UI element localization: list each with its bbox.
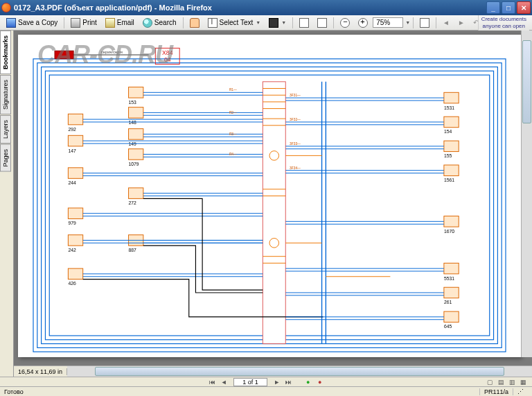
svg-rect-32 — [68, 168, 82, 179]
page-dimensions: 16,54 x 11,69 in — [14, 368, 67, 375]
tab-pages[interactable]: Pages — [0, 144, 11, 172]
sidebar: Bookmarks Signatures Layers Pages — [0, 31, 14, 377]
forward-button[interactable]: ► — [454, 17, 468, 28]
view-cont-facing-button[interactable]: ▦ — [518, 378, 528, 386]
svg-text:154: 154 — [444, 129, 452, 134]
separator — [64, 17, 64, 28]
print-button[interactable]: Print — [67, 16, 100, 30]
adobe-promo[interactable]: Create documents anyone can open — [478, 15, 529, 31]
pdf-toolbar: Save a Copy Print Email Search Select Te… — [0, 15, 532, 31]
next-page-button[interactable]: ► — [272, 378, 282, 386]
separator — [333, 17, 334, 28]
svg-text:1561: 1561 — [444, 178, 454, 182]
save-copy-button[interactable]: Save a Copy — [3, 16, 61, 30]
zoom-input[interactable] — [373, 17, 403, 28]
tab-signatures[interactable]: Signatures — [0, 75, 11, 114]
svg-rect-56 — [444, 287, 459, 298]
chevron-down-icon: ▼ — [256, 20, 260, 25]
svg-text:3F34—: 3F34— — [290, 166, 301, 170]
fit-width-icon — [317, 18, 327, 28]
svg-text:155: 155 — [444, 153, 452, 158]
svg-rect-51 — [444, 117, 459, 128]
scroll-thumb[interactable] — [95, 367, 504, 376]
status-right: PR111/a — [479, 388, 513, 395]
svg-text:R3—: R3— — [229, 132, 237, 136]
search-icon — [143, 18, 152, 28]
scroll-thumb[interactable] — [522, 40, 531, 123]
email-label: Email — [117, 19, 134, 26]
svg-text:261: 261 — [444, 300, 452, 304]
maximize-button[interactable]: □ — [502, 1, 515, 14]
email-button[interactable]: Email — [102, 16, 138, 30]
zoom-in-button[interactable] — [355, 16, 371, 30]
resize-grip-icon[interactable]: ⋰ — [513, 388, 528, 395]
svg-rect-27 — [129, 107, 143, 119]
svg-rect-26 — [129, 87, 143, 98]
zoom-out-button[interactable] — [337, 16, 353, 30]
svg-rect-11 — [263, 82, 285, 344]
view-single-button[interactable]: ▢ — [485, 378, 495, 386]
tab-layers[interactable]: Layers — [0, 115, 11, 144]
svg-rect-55 — [444, 263, 459, 274]
fit-page-icon — [299, 18, 309, 28]
zoom-in-icon — [358, 18, 368, 28]
snapshot-button[interactable]: ▼ — [265, 16, 290, 30]
view-continuous-button[interactable]: ▤ — [496, 378, 506, 386]
svg-text:153: 153 — [129, 100, 137, 105]
pdf-page[interactable]: CAR-CD.RU X84 04 серия/серія — [18, 35, 521, 357]
svg-rect-57 — [444, 311, 459, 322]
pdf-viewport: CAR-CD.RU X84 04 серия/серія — [14, 31, 532, 377]
status-ready: Готово — [4, 388, 24, 395]
first-page-button[interactable]: ⏮ — [207, 378, 217, 386]
svg-text:1079: 1079 — [129, 162, 139, 166]
svg-rect-37 — [68, 268, 82, 279]
svg-rect-52 — [444, 141, 459, 152]
view-facing-button[interactable]: ▥ — [507, 378, 517, 386]
go-button[interactable]: ● — [303, 378, 313, 386]
bottom-info-bar: 16,54 x 11,69 in — [14, 365, 532, 377]
rotate-button[interactable] — [416, 16, 433, 30]
close-button[interactable]: ✕ — [517, 1, 531, 14]
stop-button[interactable]: ● — [315, 378, 325, 386]
diagram-svg: X84 04 серия/серія — [18, 35, 521, 357]
tab-bookmarks[interactable]: Bookmarks — [0, 31, 11, 74]
print-label: Print — [82, 19, 97, 26]
svg-text:242: 242 — [68, 248, 76, 252]
vertical-scrollbar[interactable] — [521, 31, 532, 357]
zoom-out-icon — [340, 18, 350, 28]
back-button[interactable]: ◄ — [439, 17, 453, 28]
firefox-icon — [1, 3, 11, 12]
svg-rect-35 — [68, 235, 82, 246]
separator — [183, 17, 184, 28]
prev-page-button[interactable]: ◄ — [219, 378, 229, 386]
promo-line2: anyone can open — [481, 23, 526, 30]
chevron-down-icon[interactable]: ▼ — [405, 20, 410, 25]
svg-text:R2—: R2— — [229, 111, 237, 114]
horizontal-scrollbar[interactable] — [67, 366, 532, 377]
print-icon — [71, 18, 80, 28]
svg-text:147: 147 — [68, 148, 76, 153]
svg-text:645: 645 — [444, 324, 452, 329]
titlebar: 0172_A3.PDF (объект application/pdf) - M… — [0, 0, 532, 15]
svg-text:5531: 5531 — [444, 276, 454, 281]
svg-text:R1—: R1— — [229, 88, 237, 92]
fit-width-button[interactable] — [314, 16, 330, 30]
svg-rect-54 — [444, 216, 459, 227]
search-button[interactable]: Search — [139, 16, 180, 30]
svg-text:3F31—: 3F31— — [290, 94, 301, 97]
last-page-button[interactable]: ⏭ — [284, 378, 294, 386]
svg-text:X84: X84 — [162, 49, 173, 56]
svg-text:1670: 1670 — [444, 229, 454, 234]
page-nav-bar: ⏮ ◄ 1 of 1 ► ⏭ ● ● ▢ ▤ ▥ ▦ — [0, 377, 532, 386]
fit-page-button[interactable] — [296, 16, 312, 30]
search-label: Search — [154, 19, 177, 26]
page-number[interactable]: 1 of 1 — [233, 378, 267, 386]
minimize-button[interactable]: _ — [486, 1, 500, 14]
text-select-icon — [208, 18, 218, 28]
hand-tool-button[interactable] — [186, 16, 203, 30]
svg-text:серия/серія: серия/серія — [101, 50, 123, 54]
mail-icon — [105, 18, 115, 28]
svg-rect-31 — [129, 149, 143, 160]
separator — [413, 17, 414, 28]
select-text-button[interactable]: Select Text▼ — [204, 16, 265, 30]
